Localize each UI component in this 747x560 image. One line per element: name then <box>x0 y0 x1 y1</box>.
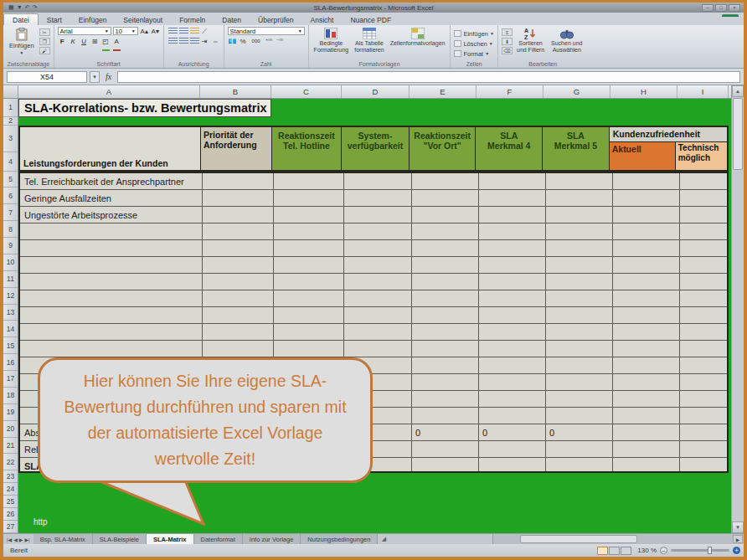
percent-icon[interactable]: % <box>239 37 248 45</box>
header-col-c[interactable]: Reaktionszeit Tel. Hotline <box>272 127 343 170</box>
zoom-in-icon[interactable]: + <box>733 547 740 554</box>
row-header[interactable]: 23 <box>3 470 18 483</box>
select-all-corner[interactable] <box>3 85 18 98</box>
row-header[interactable]: 21 <box>3 438 18 455</box>
normal-view-icon[interactable] <box>597 547 608 555</box>
scroll-up-icon[interactable]: ▲ <box>732 85 744 97</box>
close-button[interactable]: × <box>729 4 740 12</box>
cut-icon[interactable]: ✂ <box>39 28 50 36</box>
align-left-icon[interactable] <box>167 37 177 45</box>
worksheet[interactable]: ABCDEFGHI 123456789101112131415161718192… <box>3 85 731 533</box>
ribbon-tab[interactable]: Einfügen <box>70 14 116 25</box>
column-header[interactable]: C <box>271 85 342 98</box>
align-right-icon[interactable] <box>189 37 198 45</box>
row-header[interactable]: 25 <box>3 496 18 508</box>
row-header[interactable]: 5 <box>3 172 18 188</box>
minimize-button[interactable]: – <box>702 4 714 12</box>
cell-g20[interactable]: 0 <box>545 424 554 441</box>
format-as-table-button[interactable]: Als Tabelle formatieren <box>353 27 385 54</box>
decrease-decimal-icon[interactable]: ⁻⁰⁰ <box>276 37 285 45</box>
formula-input[interactable] <box>117 71 740 83</box>
bold-button[interactable]: F <box>58 37 67 45</box>
row-header[interactable]: 26 <box>3 508 18 521</box>
row-header[interactable]: 4 <box>3 152 18 172</box>
font-size-select[interactable]: 10▼ <box>113 27 138 35</box>
align-top-icon[interactable] <box>167 27 177 35</box>
fx-icon[interactable]: fx <box>102 72 115 81</box>
row-header[interactable]: 1 <box>3 99 18 117</box>
header-kundenzufriedenheit[interactable]: Kundenzufriedenheit Aktuell Technisch mö… <box>610 127 727 170</box>
find-select-button[interactable]: Suchen und Auswählen <box>549 27 584 54</box>
sheet-tab[interactable]: SLA-Matrix <box>147 534 194 544</box>
scroll-right-icon[interactable]: ▶ <box>733 535 743 543</box>
column-headers[interactable]: ABCDEFGHI <box>3 85 731 99</box>
prev-sheet-icon[interactable]: ◀ <box>13 537 18 542</box>
cell-e20[interactable]: 0 <box>411 424 420 441</box>
row-header[interactable]: 9 <box>3 238 18 254</box>
fill-icon[interactable]: ⬇ <box>502 38 513 45</box>
page-break-view-icon[interactable] <box>621 547 631 555</box>
zoom-level[interactable]: 130 % <box>635 547 657 554</box>
row-header[interactable]: 15 <box>3 337 18 354</box>
sheet-title-cell[interactable]: SLA-Korrelations- bzw. Bewertungsmatrix <box>18 99 271 117</box>
ribbon-tab[interactable]: Datei <box>3 13 39 25</box>
cell-a5[interactable]: Tel. Erreichbarkeit der Ansprechpartner <box>20 173 184 190</box>
row-header[interactable]: 20 <box>3 421 18 438</box>
row-header[interactable]: 7 <box>3 204 18 221</box>
row-header[interactable]: 18 <box>3 388 18 404</box>
name-box[interactable]: X54 <box>7 71 87 83</box>
header-kundenzufriedenheit-label[interactable]: Kundenzufriedenheit <box>610 127 727 142</box>
header-col-b[interactable]: Priorität der Anforderung <box>201 127 272 170</box>
horizontal-scroll-thumb[interactable] <box>520 535 637 543</box>
header-technisch-moeglich[interactable]: Technisch möglich <box>676 142 727 170</box>
ribbon-tab[interactable]: Daten <box>214 14 250 25</box>
column-header[interactable]: H <box>610 85 677 98</box>
header-col-e[interactable]: Reaktionszeit "Vor Ort" <box>410 127 477 170</box>
format-cells-button[interactable]: Format▼ <box>454 49 494 58</box>
currency-icon[interactable]: 💶 <box>228 37 237 45</box>
header-col-d[interactable]: System- verfügbarkeit <box>342 127 410 170</box>
column-header[interactable]: F <box>477 85 544 98</box>
row-header[interactable]: 22 <box>3 454 18 470</box>
sheet-tab[interactable]: Bsp. SLA-Matrix <box>33 534 93 544</box>
column-header[interactable]: A <box>18 85 200 98</box>
name-box-dropdown-icon[interactable]: ▼ <box>90 71 100 83</box>
column-header[interactable]: G <box>544 85 610 98</box>
row-headers[interactable]: 1234567891011121314151617181920212223242… <box>3 99 18 533</box>
sort-filter-button[interactable]: AZ Sortieren und Filtern <box>515 27 546 54</box>
next-sheet-icon[interactable]: ▶ <box>19 537 23 542</box>
ribbon-tab[interactable]: Formeln <box>171 14 214 25</box>
ribbon-tab[interactable]: Start <box>39 14 70 25</box>
zoom-slider[interactable] <box>671 549 729 552</box>
row-header[interactable]: 8 <box>3 221 18 238</box>
vertical-scrollbar[interactable]: ▲ ▼ <box>731 85 744 533</box>
row-header[interactable]: 16 <box>3 354 18 371</box>
comma-style-icon[interactable]: 000 <box>250 37 263 45</box>
row-header[interactable]: 19 <box>3 404 18 421</box>
font-color-icon[interactable]: A <box>112 37 121 45</box>
number-format-select[interactable]: Standard▼ <box>228 27 305 35</box>
ribbon-tab[interactable]: Seitenlayout <box>115 14 171 25</box>
sheet-tab[interactable]: Datenformat <box>194 534 243 544</box>
row-header[interactable]: 6 <box>3 188 18 204</box>
vertical-scroll-thumb[interactable] <box>733 98 743 170</box>
cell-f20[interactable]: 0 <box>478 424 487 441</box>
header-col-f[interactable]: SLA Merkmal 4 <box>476 127 543 170</box>
grow-font-icon[interactable]: A▴ <box>140 27 149 35</box>
merge-center-icon[interactable]: ⇔ <box>211 37 220 45</box>
italic-button[interactable]: K <box>69 37 78 45</box>
column-header[interactable]: D <box>342 85 410 98</box>
insert-cells-button[interactable]: Einfügen▼ <box>454 29 494 38</box>
cell-styles-button[interactable]: Zellenformatvorlagen <box>389 27 447 48</box>
fill-color-icon[interactable]: ◰ <box>101 37 111 45</box>
matrix-header-row[interactable]: Leistungsforderungen der Kunden Prioritä… <box>18 126 729 172</box>
paste-button[interactable]: Einfügen ▼ <box>7 27 37 56</box>
font-name-select[interactable]: Arial▼ <box>58 27 111 35</box>
row-header[interactable]: 3 <box>3 126 18 152</box>
increase-decimal-icon[interactable]: ⁺⁰⁰ <box>265 37 274 45</box>
ribbon-tab[interactable]: Überprüfen <box>250 14 302 25</box>
conditional-formatting-button[interactable]: Bedingte Formatierung <box>312 27 351 54</box>
column-header[interactable]: E <box>410 85 477 98</box>
zoom-slider-handle[interactable] <box>708 547 712 554</box>
clear-icon[interactable]: ⌫ <box>502 47 513 54</box>
